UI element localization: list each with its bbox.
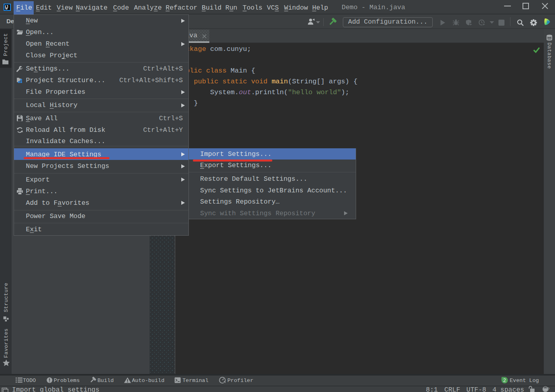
svg-text:IJ: IJ bbox=[5, 5, 8, 9]
svg-text:?: ? bbox=[547, 387, 549, 392]
svg-text:2: 2 bbox=[503, 378, 506, 384]
